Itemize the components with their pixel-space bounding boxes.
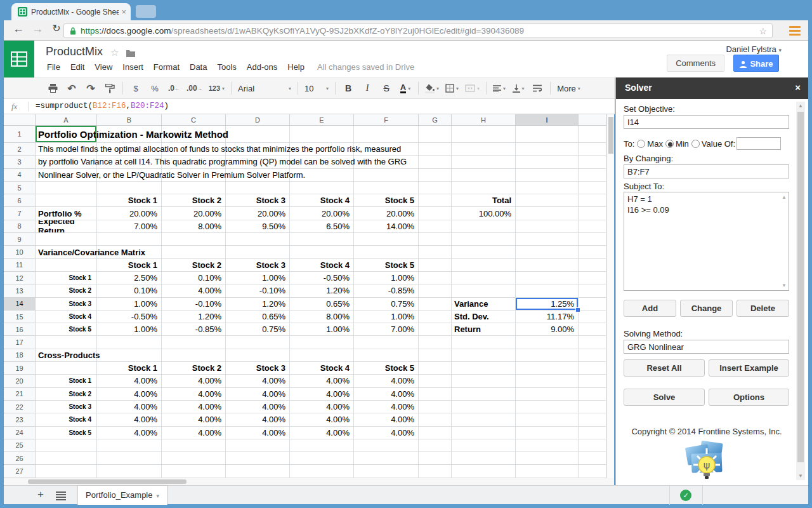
cell-D26[interactable] (226, 452, 290, 465)
constraints-listbox[interactable]: H7 = 1I16 >= 0.09▲ ▼ (624, 192, 789, 291)
cell-I12[interactable] (516, 272, 579, 284)
cell-F6[interactable]: Stock 5 (354, 194, 419, 207)
cell-H10[interactable] (452, 246, 516, 258)
close-icon[interactable]: × (795, 82, 801, 93)
objective-input[interactable] (624, 115, 789, 129)
back-icon[interactable]: ← (10, 22, 27, 36)
cell-E21[interactable]: 4.00% (290, 388, 354, 401)
scroll-down-icon[interactable]: ▼ (782, 283, 787, 288)
row-header-23[interactable]: 23 (4, 413, 36, 426)
add-button[interactable]: Add (624, 300, 676, 317)
chrome-menu-icon[interactable] (789, 26, 801, 36)
cell-I24[interactable] (516, 427, 579, 439)
cell-F14[interactable]: 0.75% (354, 298, 419, 311)
row-header-16[interactable]: 16 (4, 323, 36, 336)
row-header-26[interactable]: 26 (4, 452, 36, 465)
cell-G23[interactable] (419, 413, 452, 426)
cell-D11[interactable]: Stock 3 (226, 259, 290, 272)
min-label[interactable]: Min (676, 139, 689, 149)
column-header-D[interactable]: D (226, 114, 290, 126)
cell-B22[interactable]: 4.00% (97, 401, 162, 413)
cell-E17[interactable] (290, 336, 354, 349)
cell-C21[interactable]: 4.00% (162, 388, 226, 401)
cell-B25[interactable] (97, 439, 162, 452)
cell-B13[interactable]: 0.10% (97, 284, 162, 297)
cell-E15[interactable]: 8.00% (290, 311, 354, 323)
cell-A15[interactable]: Stock 4 (36, 311, 97, 323)
cell-B17[interactable] (97, 336, 162, 349)
cell-E20[interactable]: 4.00% (290, 375, 354, 387)
cell-E1[interactable] (290, 126, 354, 143)
cell-H14[interactable]: Variance (452, 298, 516, 311)
cell-F10[interactable] (354, 246, 419, 258)
cell-D20[interactable]: 4.00% (226, 375, 290, 387)
cell-D14[interactable]: 1.20% (226, 298, 290, 311)
constraint-item[interactable]: H7 = 1 (627, 194, 785, 204)
row-header-4[interactable]: 4 (4, 169, 36, 182)
cell-J6[interactable] (579, 194, 606, 207)
menu-file[interactable]: File (42, 61, 65, 73)
cell-H11[interactable] (452, 259, 516, 272)
cell-A19[interactable] (36, 362, 97, 375)
cell-A13[interactable]: Stock 2 (36, 284, 97, 297)
cell-F19[interactable]: Stock 5 (354, 362, 419, 375)
cell-E27[interactable] (290, 465, 354, 478)
strikethrough-icon[interactable]: S (380, 81, 393, 96)
cell-G9[interactable] (419, 233, 452, 246)
cell-F9[interactable] (354, 233, 419, 246)
cell-G1[interactable] (419, 126, 452, 143)
cell-J3[interactable] (579, 156, 606, 168)
row-header-6[interactable]: 6 (4, 194, 36, 207)
cell-B14[interactable]: 1.00% (97, 298, 162, 311)
cell-F12[interactable]: 1.00% (354, 272, 419, 284)
cell-D19[interactable]: Stock 3 (226, 362, 290, 375)
cell-E18[interactable] (290, 349, 354, 362)
sheet-tab-portfolio-example[interactable]: Portfolio_Example▾ (77, 486, 167, 505)
cell-C19[interactable]: Stock 2 (162, 362, 226, 375)
cell-G19[interactable] (419, 362, 452, 375)
cell-B7[interactable]: 20.00% (97, 207, 162, 220)
cell-I1[interactable] (516, 126, 579, 143)
cell-H5[interactable] (452, 182, 516, 194)
cell-A12[interactable]: Stock 1 (36, 272, 97, 284)
cell-F23[interactable]: 4.00% (354, 413, 419, 426)
column-header-F[interactable]: F (354, 114, 419, 126)
by-changing-input[interactable] (624, 164, 789, 178)
cell-A21[interactable]: Stock 2 (36, 388, 97, 401)
cell-D12[interactable]: 1.00% (226, 272, 290, 284)
cell-E24[interactable]: 4.00% (290, 427, 354, 439)
cell-J16[interactable] (579, 323, 606, 336)
row-header-22[interactable]: 22 (4, 401, 36, 413)
cell-A7[interactable]: Portfolio % (36, 207, 97, 220)
cell-B19[interactable]: Stock 1 (97, 362, 162, 375)
formula-bar[interactable]: fx =sumproduct(B12:F16,B20:F24) (4, 99, 615, 114)
cell-D18[interactable] (226, 349, 290, 362)
row-header-2[interactable]: 2 (4, 143, 36, 156)
cell-J7[interactable] (579, 207, 606, 220)
cell-I25[interactable] (516, 439, 579, 452)
account-menu[interactable]: Daniel Fylstra ▾ (726, 44, 782, 54)
cell-C10[interactable] (162, 246, 226, 258)
cell-G18[interactable] (419, 349, 452, 362)
cell-J17[interactable] (579, 336, 606, 349)
cell-C11[interactable]: Stock 2 (162, 259, 226, 272)
cell-G12[interactable] (419, 272, 452, 284)
cell-H4[interactable] (452, 169, 516, 182)
cell-J21[interactable] (579, 388, 606, 401)
cell-H12[interactable] (452, 272, 516, 284)
cell-F7[interactable]: 20.00% (354, 207, 419, 220)
cell-D16[interactable]: 0.75% (226, 323, 290, 336)
cell-B21[interactable]: 4.00% (97, 388, 162, 401)
cell-H8[interactable] (452, 220, 516, 233)
cell-G26[interactable] (419, 452, 452, 465)
cell-I26[interactable] (516, 452, 579, 465)
cell-H9[interactable] (452, 233, 516, 246)
cell-A23[interactable]: Stock 4 (36, 413, 97, 426)
panel-scrollbar-thumb[interactable] (797, 112, 804, 462)
scroll-down-icon[interactable]: ▼ (796, 473, 805, 479)
cell-I19[interactable] (516, 362, 579, 375)
cell-A24[interactable]: Stock 5 (36, 427, 97, 439)
vertical-align-icon[interactable]: ▾ (512, 81, 525, 96)
cell-J23[interactable] (579, 413, 606, 426)
cell-F5[interactable] (354, 182, 419, 194)
